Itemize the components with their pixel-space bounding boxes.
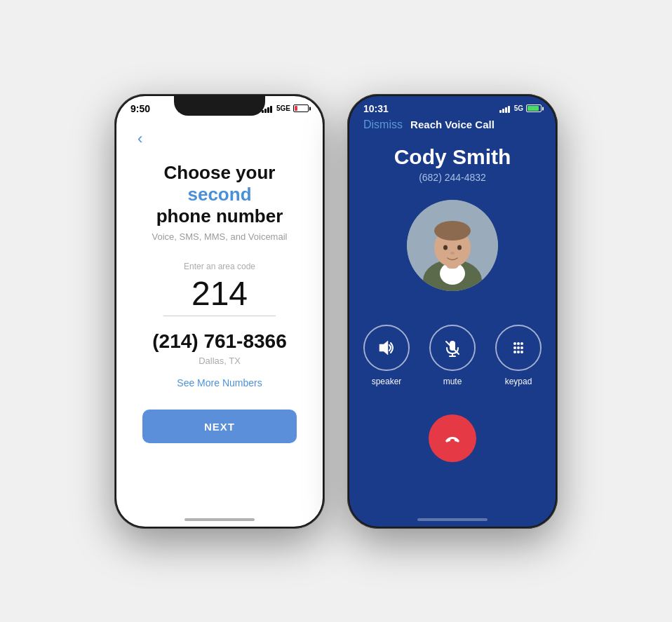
svg-point-18 [517,346,520,349]
phone1-content: ‹ Choose your secondphone number Voice, … [116,116,323,458]
phone2-battery [526,104,542,112]
mute-icon [443,338,462,358]
phone1-screen: 9:50 5GE ‹ Cho [116,96,323,527]
subheading: Voice, SMS, MMS, and Voicemail [152,231,288,242]
phone2-home-indicator [417,518,488,521]
area-code-input[interactable] [163,274,276,316]
caller-number: (682) 244-4832 [419,172,486,183]
svg-point-16 [520,342,523,345]
call-controls: speaker mute [363,325,542,386]
avatar [407,200,498,291]
svg-point-17 [513,346,516,349]
phone1-shell: 9:50 5GE ‹ Cho [114,94,325,529]
phone2-time: 10:31 [363,103,389,114]
phone1-battery [293,104,309,112]
phone1-notch [174,96,265,116]
phone2-shell: 10:31 5G Dismiss Reach Vo [347,94,558,529]
svg-point-22 [520,351,523,353]
see-more-link[interactable]: See More Numbers [177,377,262,388]
phone2-screen: 10:31 5G Dismiss Reach Vo [349,96,556,527]
heading-part1: Choose your [164,162,276,183]
phone1-status-icons: 5GE [262,104,309,113]
mute-circle [429,325,476,371]
svg-point-19 [520,346,523,349]
svg-point-14 [513,342,516,345]
keypad-circle [495,325,542,371]
phone2-nav: Dismiss Reach Voice Call [349,116,556,138]
svg-point-20 [513,351,516,353]
end-call-icon [441,427,464,449]
phone2-content: Cody Smith (682) 244-4832 [349,138,556,469]
phone1-time: 9:50 [130,103,150,114]
area-code-label: Enter an area code [184,262,255,271]
speaker-circle [363,325,410,371]
svg-marker-9 [379,341,388,355]
back-button[interactable]: ‹ [137,130,142,148]
phone2-network: 5G [514,104,523,112]
keypad-icon [509,338,528,358]
svg-point-6 [443,245,448,250]
phone1-home-indicator [184,518,255,521]
dismiss-button[interactable]: Dismiss [363,119,403,131]
speaker-icon [377,338,396,358]
speaker-label: speaker [372,377,402,386]
heading-highlight: second [187,184,251,205]
phone-location: Dallas, TX [199,356,241,366]
svg-point-15 [517,342,520,345]
svg-point-8 [450,252,455,255]
phone1-network: 5GE [276,104,290,112]
mute-button[interactable]: mute [429,325,476,386]
page-title: Choose your secondphone number [137,162,302,228]
svg-point-21 [517,351,520,353]
speaker-button[interactable]: speaker [363,325,410,386]
avatar-image [407,200,498,291]
phone-number-display: (214) 761-8366 [152,330,286,353]
phone2-status-icons: 5G [499,104,542,113]
phone2-notch [407,96,498,116]
keypad-button[interactable]: keypad [495,325,542,386]
heading-part2: phone number [156,205,283,227]
end-call-button[interactable] [429,414,476,462]
nav-title: Reach Voice Call [410,119,495,130]
svg-point-5 [434,221,471,241]
phones-container: 9:50 5GE ‹ Cho [114,94,558,529]
mute-label: mute [443,377,462,386]
next-button[interactable]: NEXT [142,410,297,443]
phone2-signal [499,104,510,113]
svg-point-7 [457,245,462,250]
caller-name: Cody Smith [394,145,511,169]
keypad-label: keypad [505,377,532,386]
